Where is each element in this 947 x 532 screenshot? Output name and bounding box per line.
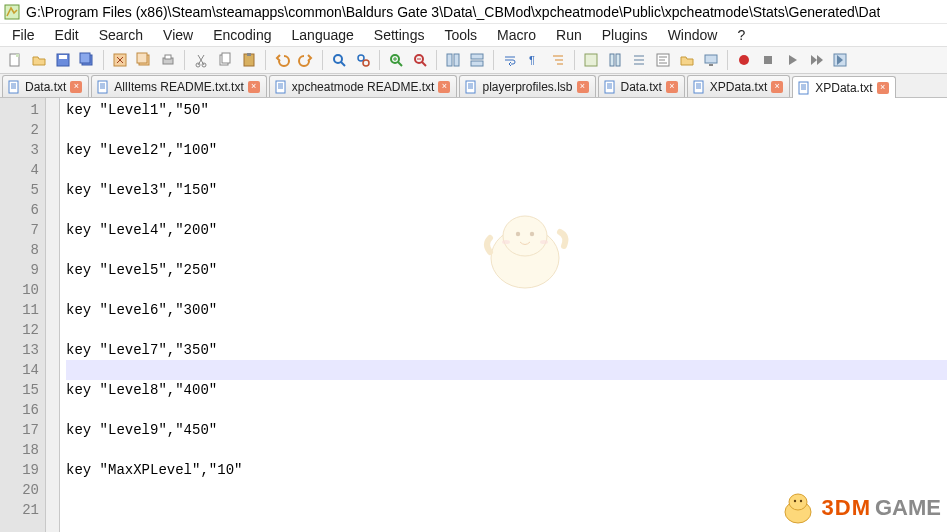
code-line[interactable] bbox=[66, 480, 947, 500]
menu-window[interactable]: Window bbox=[658, 25, 728, 45]
code-view[interactable]: key "Level1","50"key "Level2","100"key "… bbox=[60, 98, 947, 532]
tab-label: XPData.txt bbox=[815, 81, 872, 95]
tab-0[interactable]: Data.txt× bbox=[2, 75, 89, 97]
code-line[interactable] bbox=[66, 120, 947, 140]
tab-label: Data.txt bbox=[621, 80, 662, 94]
redo-button[interactable] bbox=[295, 49, 317, 71]
find-button[interactable] bbox=[328, 49, 350, 71]
tab-close-icon[interactable]: × bbox=[771, 81, 783, 93]
user-lang-button[interactable] bbox=[580, 49, 602, 71]
sync-h-button[interactable] bbox=[466, 49, 488, 71]
editor-area: 123456789101112131415161718192021 key "L… bbox=[0, 98, 947, 532]
tab-close-icon[interactable]: × bbox=[70, 81, 82, 93]
tab-6[interactable]: XPData.txt× bbox=[792, 76, 895, 98]
menu-plugins[interactable]: Plugins bbox=[592, 25, 658, 45]
menu-language[interactable]: Language bbox=[282, 25, 364, 45]
app-icon bbox=[4, 4, 20, 20]
zoom-out-button[interactable] bbox=[409, 49, 431, 71]
code-line[interactable]: key "MaxXPLevel","10" bbox=[66, 460, 947, 480]
monitor-button[interactable] bbox=[700, 49, 722, 71]
show-all-chars-button[interactable]: ¶ bbox=[523, 49, 545, 71]
code-line[interactable]: key "Level8","400" bbox=[66, 380, 947, 400]
wordwrap-button[interactable] bbox=[499, 49, 521, 71]
tab-close-icon[interactable]: × bbox=[438, 81, 450, 93]
line-number: 19 bbox=[0, 460, 39, 480]
code-line[interactable] bbox=[66, 400, 947, 420]
menu-edit[interactable]: Edit bbox=[45, 25, 89, 45]
menu-search[interactable]: Search bbox=[89, 25, 153, 45]
zoom-in-button[interactable] bbox=[385, 49, 407, 71]
menu-file[interactable]: File bbox=[2, 25, 45, 45]
tab-1[interactable]: AllItems README.txt.txt× bbox=[91, 75, 266, 97]
cut-button[interactable] bbox=[190, 49, 212, 71]
code-line[interactable]: key "Level2","100" bbox=[66, 140, 947, 160]
undo-button[interactable] bbox=[271, 49, 293, 71]
sync-v-button[interactable] bbox=[442, 49, 464, 71]
tab-close-icon[interactable]: × bbox=[577, 81, 589, 93]
doc-map-button[interactable] bbox=[604, 49, 626, 71]
code-line[interactable] bbox=[66, 200, 947, 220]
copy-button[interactable] bbox=[214, 49, 236, 71]
svg-rect-38 bbox=[98, 81, 107, 93]
code-line[interactable]: key "Level6","300" bbox=[66, 300, 947, 320]
tab-close-icon[interactable]: × bbox=[666, 81, 678, 93]
stop-macro-button[interactable] bbox=[757, 49, 779, 71]
code-line[interactable]: key "Level9","450" bbox=[66, 420, 947, 440]
svg-rect-4 bbox=[59, 55, 67, 59]
code-line[interactable] bbox=[66, 280, 947, 300]
open-file-button[interactable] bbox=[28, 49, 50, 71]
play-multi-button[interactable] bbox=[805, 49, 827, 71]
toolbar-separator bbox=[727, 50, 728, 70]
line-number-gutter: 123456789101112131415161718192021 bbox=[0, 98, 46, 532]
record-macro-button[interactable] bbox=[733, 49, 755, 71]
print-button[interactable] bbox=[157, 49, 179, 71]
doc-list-button[interactable] bbox=[628, 49, 650, 71]
tab-5[interactable]: XPData.txt× bbox=[687, 75, 790, 97]
folder-button[interactable] bbox=[676, 49, 698, 71]
menu-encoding[interactable]: Encoding bbox=[203, 25, 281, 45]
line-number: 10 bbox=[0, 280, 39, 300]
play-macro-button[interactable] bbox=[781, 49, 803, 71]
code-line[interactable] bbox=[66, 500, 947, 520]
toolbar-separator bbox=[574, 50, 575, 70]
tab-label: playerprofiles.lsb bbox=[482, 80, 572, 94]
tab-close-icon[interactable]: × bbox=[877, 82, 889, 94]
code-line[interactable] bbox=[66, 360, 947, 380]
new-file-button[interactable] bbox=[4, 49, 26, 71]
code-line[interactable] bbox=[66, 160, 947, 180]
tab-close-icon[interactable]: × bbox=[248, 81, 260, 93]
code-line[interactable]: key "Level7","350" bbox=[66, 340, 947, 360]
menu-view[interactable]: View bbox=[153, 25, 203, 45]
svg-point-18 bbox=[334, 55, 342, 63]
svg-rect-9 bbox=[137, 53, 147, 63]
menu-help[interactable]: ? bbox=[727, 25, 755, 45]
save-button[interactable] bbox=[52, 49, 74, 71]
svg-rect-43 bbox=[799, 82, 808, 94]
func-list-button[interactable] bbox=[652, 49, 674, 71]
code-line[interactable]: key "Level4","200" bbox=[66, 220, 947, 240]
tab-2[interactable]: xpcheatmode README.txt× bbox=[269, 75, 458, 97]
menu-bar: FileEditSearchViewEncodingLanguageSettin… bbox=[0, 24, 947, 46]
replace-button[interactable] bbox=[352, 49, 374, 71]
code-line[interactable]: key "Level1","50" bbox=[66, 100, 947, 120]
tab-3[interactable]: playerprofiles.lsb× bbox=[459, 75, 595, 97]
paste-button[interactable] bbox=[238, 49, 260, 71]
save-macro-button[interactable] bbox=[829, 49, 851, 71]
indent-guide-button[interactable] bbox=[547, 49, 569, 71]
menu-macro[interactable]: Macro bbox=[487, 25, 546, 45]
menu-tools[interactable]: Tools bbox=[434, 25, 487, 45]
tab-label: AllItems README.txt.txt bbox=[114, 80, 243, 94]
menu-settings[interactable]: Settings bbox=[364, 25, 435, 45]
save-all-button[interactable] bbox=[76, 49, 98, 71]
close-button[interactable] bbox=[109, 49, 131, 71]
file-icon bbox=[274, 80, 288, 94]
close-all-button[interactable] bbox=[133, 49, 155, 71]
menu-run[interactable]: Run bbox=[546, 25, 592, 45]
code-line[interactable] bbox=[66, 240, 947, 260]
code-line[interactable]: key "Level5","250" bbox=[66, 260, 947, 280]
code-line[interactable] bbox=[66, 440, 947, 460]
tab-4[interactable]: Data.txt× bbox=[598, 75, 685, 97]
toolbar-separator bbox=[436, 50, 437, 70]
code-line[interactable]: key "Level3","150" bbox=[66, 180, 947, 200]
code-line[interactable] bbox=[66, 320, 947, 340]
